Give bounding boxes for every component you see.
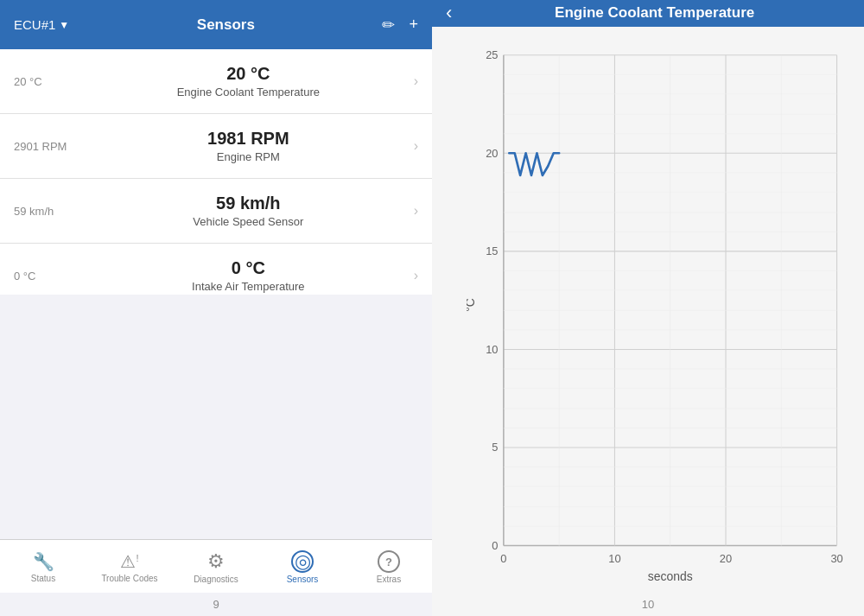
nav-label-sensors: Sensors [287, 575, 319, 584]
left-page-number: 9 [0, 593, 432, 616]
extras-icon: ? [378, 550, 400, 573]
right-header: ‹ Engine Coolant Temperature [432, 0, 864, 27]
sensor-current-value-3: 0 °C [232, 258, 265, 278]
svg-text:15: 15 [486, 244, 498, 257]
svg-text:0: 0 [492, 538, 498, 551]
svg-text:°C: °C [467, 298, 477, 312]
trouble-icon: ⚠! [120, 551, 138, 572]
svg-text:seconds: seconds [648, 569, 693, 583]
sensor-row-0[interactable]: 20 °C 20 °C Engine Coolant Temperature › [0, 49, 432, 114]
sensor-main-1: 1981 RPM Engine RPM [83, 129, 414, 163]
sensor-prev-value-2: 59 km/h [14, 205, 83, 218]
sensor-current-value-2: 59 km/h [216, 194, 280, 213]
sensor-name-1: Engine RPM [217, 150, 280, 163]
sensor-prev-value-1: 2901 RPM [14, 140, 83, 153]
nav-item-sensors[interactable]: ◎ Sensors [272, 550, 333, 584]
diag-icon: ⚙ [207, 550, 225, 573]
sensor-main-2: 59 km/h Vehicle Speed Sensor [83, 194, 414, 228]
svg-text:10: 10 [486, 342, 498, 355]
nav-item-trouble[interactable]: ⚠! Trouble Codes [99, 551, 160, 583]
add-icon[interactable]: + [409, 16, 418, 34]
nav-label-trouble: Trouble Codes [101, 574, 157, 583]
svg-text:5: 5 [492, 441, 498, 454]
sensor-name-3: Intake Air Temperature [192, 280, 305, 293]
ecu-selector[interactable]: ECU#1 ▼ [14, 17, 69, 32]
sensors-title: Sensors [78, 16, 373, 34]
svg-text:20: 20 [486, 146, 498, 159]
sensor-prev-value-0: 20 °C [14, 75, 83, 88]
sensors-list: 20 °C 20 °C Engine Coolant Temperature ›… [0, 49, 432, 295]
nav-item-extras[interactable]: ? Extras [359, 550, 419, 584]
left-header: ECU#1 ▼ Sensors ✏ + [0, 0, 432, 49]
status-icon: 🔧 [33, 551, 54, 572]
chevron-right-icon-0: › [414, 73, 418, 89]
sensor-current-value-0: 20 °C [226, 64, 270, 84]
nav-label-status: Status [31, 574, 55, 583]
svg-text:10: 10 [608, 551, 620, 564]
svg-text:20: 20 [720, 551, 732, 564]
sensor-prev-value-3: 0 °C [14, 270, 83, 283]
back-button[interactable]: ‹ [446, 2, 452, 24]
empty-area [0, 295, 432, 540]
sensor-main-3: 0 °C Intake Air Temperature [83, 258, 414, 293]
nav-label-extras: Extras [377, 575, 401, 584]
chevron-right-icon-2: › [414, 203, 418, 219]
svg-text:25: 25 [486, 48, 498, 61]
svg-text:30: 30 [830, 551, 842, 564]
nav-label-diag: Diagnostics [194, 575, 238, 584]
bottom-nav: 🔧 Status ⚠! Trouble Codes ⚙ Diagnostics … [0, 539, 432, 593]
left-panel: ECU#1 ▼ Sensors ✏ + 20 °C 20 °C Engine C… [0, 0, 432, 616]
nav-item-status[interactable]: 🔧 Status [13, 551, 73, 583]
sensors-icon: ◎ [291, 550, 314, 573]
ecu-label: ECU#1 [14, 17, 55, 32]
sensor-name-0: Engine Coolant Temperature [177, 86, 320, 98]
nav-item-diag[interactable]: ⚙ Diagnostics [186, 550, 246, 584]
chevron-right-icon-1: › [414, 138, 418, 154]
chart-title: Engine Coolant Temperature [459, 4, 850, 22]
right-panel: ‹ Engine Coolant Temperature [432, 0, 864, 616]
right-page-number: 10 [432, 593, 864, 616]
ecu-dropdown-arrow-icon: ▼ [59, 19, 69, 31]
edit-icon[interactable]: ✏ [382, 16, 395, 35]
sensor-current-value-1: 1981 RPM [207, 129, 289, 149]
chevron-right-icon-3: › [414, 268, 418, 283]
svg-text:0: 0 [500, 551, 506, 564]
header-icons: ✏ + [382, 16, 418, 35]
chart-svg: 25 20 15 10 5 0 0 10 20 30 °C seconds [467, 44, 855, 584]
sensor-name-2: Vehicle Speed Sensor [193, 215, 303, 228]
sensor-row-3[interactable]: 0 °C 0 °C Intake Air Temperature › [0, 244, 432, 295]
sensor-row-2[interactable]: 59 km/h 59 km/h Vehicle Speed Sensor › [0, 179, 432, 244]
sensor-row-1[interactable]: 2901 RPM 1981 RPM Engine RPM › [0, 114, 432, 179]
chart-container: 25 20 15 10 5 0 0 10 20 30 °C seconds [432, 27, 864, 593]
sensor-main-0: 20 °C Engine Coolant Temperature [83, 64, 414, 98]
